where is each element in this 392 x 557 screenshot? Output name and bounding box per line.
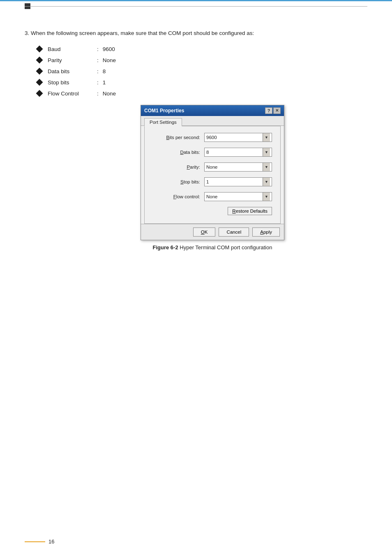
content: 3. When the following screen appears, ma…: [25, 29, 367, 251]
top-border: [0, 0, 392, 1]
top-rule: [25, 6, 367, 7]
dialog-title-buttons: ? ✕: [265, 107, 281, 114]
list-item: Flow Control : None: [37, 91, 367, 97]
bullet-label: Flow Control: [48, 91, 97, 97]
form-row-bits-per-second: Bits per second: 9600 ▼: [153, 133, 272, 142]
bits-per-second-select[interactable]: 9600 ▼: [204, 133, 272, 142]
bits-per-second-label: Bits per second:: [153, 135, 200, 140]
form-row-data-bits: Data bits: 8 ▼: [153, 148, 272, 157]
list-item: Stop bits : 1: [37, 79, 367, 86]
dialog-footer: OK Cancel Apply: [141, 224, 284, 240]
bullet-colon: :: [97, 68, 99, 74]
chevron-down-icon: ▼: [263, 163, 270, 171]
bits-per-second-value: 9600: [206, 135, 263, 140]
chevron-down-icon: ▼: [263, 178, 270, 186]
bullet-label: Baud: [48, 46, 97, 52]
dialog-tabs: Port Settings: [141, 116, 284, 126]
chevron-down-icon: ▼: [263, 193, 270, 201]
diamond-icon: [36, 68, 43, 75]
ok-button[interactable]: OK: [193, 227, 216, 237]
chevron-down-icon: ▼: [263, 133, 270, 142]
footer-line: [25, 541, 45, 542]
apply-button[interactable]: Apply: [252, 227, 280, 237]
dialog-container: COM1 Properties ? ✕ Port Settings Bits: [58, 105, 367, 240]
form-row-flow-control: Flow control: None ▼: [153, 192, 272, 201]
restore-defaults-button[interactable]: Restore Defaults: [228, 207, 272, 215]
figure-number: Figure 6-2: [153, 244, 178, 251]
flow-control-label: Flow control:: [153, 194, 200, 199]
flow-control-select[interactable]: None ▼: [204, 192, 272, 201]
bullet-value: 8: [103, 68, 106, 74]
data-bits-value: 8: [206, 150, 263, 155]
bullet-label: Data bits: [48, 68, 97, 74]
parity-label: Parity:: [153, 165, 200, 169]
bullet-colon: :: [97, 57, 99, 63]
bullet-value: None: [103, 91, 116, 97]
bullet-list: Baud : 9600 Parity : None Data bits : 8: [37, 46, 367, 97]
bullet-value: None: [103, 57, 116, 63]
stop-bits-select[interactable]: 1 ▼: [204, 177, 272, 186]
com1-properties-dialog: COM1 Properties ? ✕ Port Settings Bits: [141, 105, 284, 240]
close-button[interactable]: ✕: [273, 107, 281, 114]
chevron-down-icon: ▼: [263, 148, 270, 156]
diamond-icon: [36, 57, 43, 64]
data-bits-select[interactable]: 8 ▼: [204, 148, 272, 157]
flow-control-value: None: [206, 194, 263, 199]
bullet-colon: :: [97, 79, 99, 86]
bullet-colon: :: [97, 91, 99, 97]
dialog-titlebar: COM1 Properties ? ✕: [141, 105, 284, 116]
parity-select[interactable]: None ▼: [204, 162, 272, 172]
page-footer: 16: [25, 538, 54, 545]
bullet-value: 9600: [103, 46, 115, 52]
form-row-stop-bits: Stop bits: 1 ▼: [153, 177, 272, 186]
form-row-parity: Parity: None ▼: [153, 162, 272, 172]
figure-text: Hyper Terminal COM port configuration: [180, 244, 272, 251]
cancel-button[interactable]: Cancel: [219, 227, 249, 237]
page-container: 3. When the following screen appears, ma…: [0, 0, 392, 557]
bullet-label: Parity: [48, 57, 97, 63]
list-item: Data bits : 8: [37, 68, 367, 74]
data-bits-label: Data bits:: [153, 150, 200, 155]
figure-caption: Figure 6-2 Hyper Terminal COM port confi…: [58, 244, 367, 251]
page-number: 16: [48, 538, 54, 545]
diamond-icon: [36, 46, 43, 53]
diamond-icon: [36, 90, 43, 97]
dialog-body: Bits per second: 9600 ▼ Data bits:: [144, 126, 281, 224]
bullet-colon: :: [97, 46, 99, 52]
parity-value: None: [206, 165, 263, 169]
list-item: Parity : None: [37, 57, 367, 63]
step-text: 3. When the following screen appears, ma…: [25, 29, 367, 38]
bullet-value: 1: [103, 79, 106, 86]
stop-bits-label: Stop bits:: [153, 179, 200, 184]
list-item: Baud : 9600: [37, 46, 367, 52]
diamond-icon: [36, 79, 43, 86]
bullet-label: Stop bits: [48, 79, 97, 86]
port-settings-tab[interactable]: Port Settings: [144, 118, 182, 126]
help-button[interactable]: ?: [265, 107, 272, 114]
dialog-title: COM1 Properties: [144, 108, 184, 114]
restore-defaults-row: Restore Defaults: [153, 207, 272, 215]
stop-bits-value: 1: [206, 179, 263, 184]
